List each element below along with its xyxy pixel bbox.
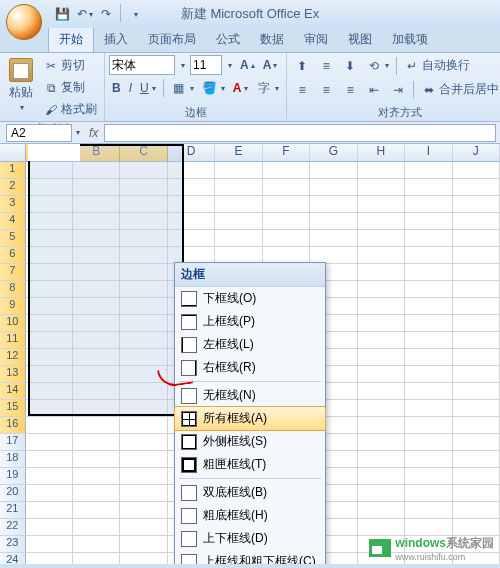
cell[interactable]	[453, 298, 500, 315]
row-header[interactable]: 9	[0, 298, 26, 315]
name-box-dropdown[interactable]: ▾	[72, 126, 83, 139]
row-header[interactable]: 14	[0, 383, 26, 400]
row-header[interactable]: 12	[0, 349, 26, 366]
row-header[interactable]: 17	[0, 434, 26, 451]
cell[interactable]	[405, 281, 452, 298]
column-header-H[interactable]: H	[358, 144, 405, 161]
cell[interactable]	[453, 451, 500, 468]
column-header-E[interactable]: E	[215, 144, 262, 161]
cell[interactable]	[263, 196, 310, 213]
cell[interactable]	[453, 468, 500, 485]
cell[interactable]	[358, 315, 405, 332]
cell[interactable]	[453, 230, 500, 247]
cell[interactable]	[405, 349, 452, 366]
cell[interactable]	[453, 417, 500, 434]
name-box[interactable]: A2	[6, 124, 72, 142]
cell[interactable]	[405, 315, 452, 332]
cell[interactable]	[358, 230, 405, 247]
row-header[interactable]: 20	[0, 485, 26, 502]
worksheet-grid[interactable]: ABCDEFGHIJ 12345678910111213141516171819…	[0, 144, 500, 564]
border-item-thick-bottom[interactable]: 粗底框线(H)	[175, 504, 325, 527]
border-item-top-bottom[interactable]: 上下框线(D)	[175, 527, 325, 550]
cell[interactable]	[405, 230, 452, 247]
cell[interactable]	[358, 383, 405, 400]
font-color-button[interactable]: A▾	[230, 79, 252, 97]
column-header-J[interactable]: J	[453, 144, 500, 161]
cell[interactable]	[405, 468, 452, 485]
qat-redo-icon[interactable]: ↷	[96, 4, 116, 24]
cell[interactable]	[453, 400, 500, 417]
cell[interactable]	[453, 281, 500, 298]
cell[interactable]	[358, 434, 405, 451]
cell[interactable]	[405, 264, 452, 281]
cell[interactable]	[358, 179, 405, 196]
select-all-corner[interactable]	[0, 144, 26, 161]
shrink-font-button[interactable]: A▾	[260, 56, 281, 74]
cell[interactable]	[358, 281, 405, 298]
row-header[interactable]: 15	[0, 400, 26, 417]
row-header[interactable]: 21	[0, 502, 26, 519]
cell[interactable]	[120, 536, 167, 553]
cell[interactable]	[358, 349, 405, 366]
row-header[interactable]: 24	[0, 553, 26, 564]
border-item-thick[interactable]: 粗匣框线(T)	[175, 453, 325, 476]
cell[interactable]	[453, 349, 500, 366]
cell[interactable]	[310, 162, 357, 179]
font-name-dropdown[interactable]: ▾	[177, 59, 188, 72]
cell[interactable]	[73, 451, 120, 468]
fx-icon[interactable]: fx	[89, 126, 98, 140]
tab-页面布局[interactable]: 页面布局	[138, 27, 206, 52]
row-header[interactable]: 22	[0, 519, 26, 536]
tab-数据[interactable]: 数据	[250, 27, 294, 52]
cell[interactable]	[358, 298, 405, 315]
cell[interactable]	[263, 179, 310, 196]
cell[interactable]	[120, 485, 167, 502]
qat-undo-icon[interactable]: ↶▾	[74, 4, 94, 24]
cell[interactable]	[358, 247, 405, 264]
border-item-none[interactable]: 无框线(N)	[175, 384, 325, 407]
cell[interactable]	[310, 179, 357, 196]
qat-customize-icon[interactable]: ▾	[125, 4, 145, 24]
cell[interactable]	[405, 332, 452, 349]
cell[interactable]	[215, 162, 262, 179]
row-header[interactable]: 10	[0, 315, 26, 332]
cell[interactable]	[358, 196, 405, 213]
cell[interactable]	[453, 162, 500, 179]
cell[interactable]	[120, 417, 167, 434]
cell[interactable]	[453, 383, 500, 400]
cell[interactable]	[358, 213, 405, 230]
row-header[interactable]: 6	[0, 247, 26, 264]
row-header[interactable]: 3	[0, 196, 26, 213]
fill-color-button[interactable]: 🪣▾	[199, 78, 228, 98]
cell[interactable]	[26, 502, 73, 519]
cell[interactable]	[26, 417, 73, 434]
cell[interactable]	[263, 162, 310, 179]
row-header[interactable]: 23	[0, 536, 26, 553]
cell[interactable]	[405, 162, 452, 179]
cell[interactable]	[358, 366, 405, 383]
cell[interactable]	[26, 536, 73, 553]
cell[interactable]	[310, 213, 357, 230]
cell[interactable]	[358, 162, 405, 179]
cell[interactable]	[120, 451, 167, 468]
cell[interactable]	[453, 502, 500, 519]
cell[interactable]	[405, 451, 452, 468]
paste-button[interactable]: 粘贴 ▾	[4, 55, 38, 120]
cell[interactable]	[453, 179, 500, 196]
cell[interactable]	[26, 468, 73, 485]
italic-button[interactable]: I	[126, 79, 135, 97]
align-center-button[interactable]: ≡	[315, 80, 337, 100]
cell[interactable]	[358, 485, 405, 502]
cell[interactable]	[73, 417, 120, 434]
cell[interactable]	[26, 434, 73, 451]
cell[interactable]	[453, 434, 500, 451]
tab-插入[interactable]: 插入	[94, 27, 138, 52]
format-painter-button[interactable]: 🖌格式刷	[40, 99, 100, 120]
phonetic-button[interactable]: 字▾	[253, 78, 282, 98]
cell[interactable]	[215, 213, 262, 230]
cell[interactable]	[453, 264, 500, 281]
border-item-outside[interactable]: 外侧框线(S)	[175, 430, 325, 453]
align-top-button[interactable]: ⬆	[291, 56, 313, 76]
tab-开始[interactable]: 开始	[48, 26, 94, 52]
row-header[interactable]: 8	[0, 281, 26, 298]
